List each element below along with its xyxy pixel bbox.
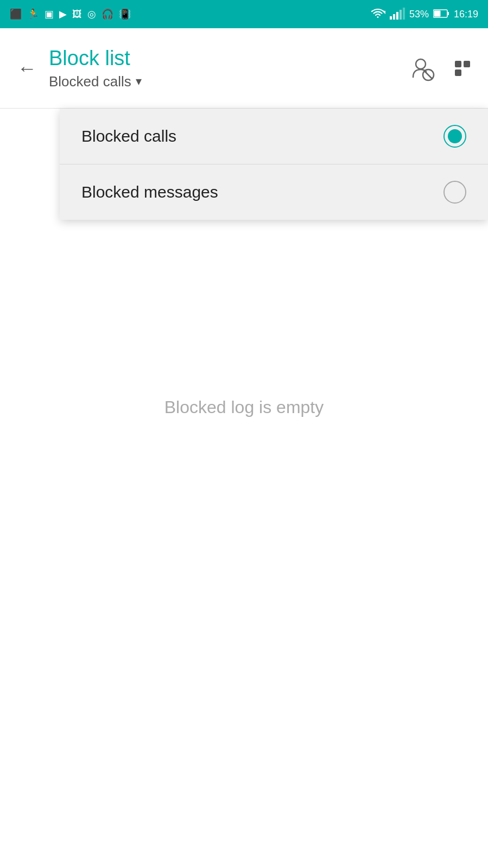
app-bar-actions: [407, 53, 477, 83]
chat-icon: ⬛: [10, 9, 22, 19]
more-options-button[interactable]: [447, 53, 477, 83]
empty-state-message: Blocked log is empty: [164, 397, 324, 417]
status-bar: ⬛ 🏃 ▣ ▶ 🖼 ◎ 🎧 📳: [0, 0, 488, 28]
grid-square-3: [455, 69, 461, 76]
radio-inner-selected: [448, 129, 462, 143]
svg-rect-3: [396, 12, 398, 20]
svg-rect-5: [403, 8, 405, 20]
svg-marker-0: [382, 11, 385, 14]
status-bar-right: 53% 16:19: [370, 8, 478, 21]
wifi-icon: [370, 8, 385, 21]
svg-rect-1: [390, 16, 392, 20]
filter-dropdown: Blocked calls Blocked messages: [60, 109, 488, 220]
signal-icon: [390, 8, 405, 21]
svg-rect-7: [447, 12, 449, 15]
battery-icon: [433, 9, 449, 20]
headphones-icon: 🎧: [102, 9, 113, 19]
vibrate-icon: 📳: [119, 9, 131, 19]
svg-point-9: [416, 59, 426, 69]
status-bar-left: ⬛ 🏃 ▣ ▶ 🖼 ◎ 🎧 📳: [10, 9, 131, 19]
blocked-calls-label: Blocked calls: [81, 127, 176, 145]
blocked-messages-option[interactable]: Blocked messages: [60, 164, 488, 220]
svg-rect-4: [400, 10, 402, 20]
instagram-icon: ▣: [45, 9, 54, 19]
page-title: Block list: [49, 46, 407, 71]
svg-line-11: [424, 71, 432, 79]
app-bar: ← Block list Blocked calls ▾: [0, 28, 488, 109]
blocked-messages-radio[interactable]: [443, 181, 466, 204]
time-display: 16:19: [454, 9, 478, 20]
battery-percentage: 53%: [409, 9, 429, 20]
grid-menu-icon: [455, 61, 470, 76]
app-bar-title-area: Block list Blocked calls ▾: [43, 46, 407, 90]
blocked-calls-option[interactable]: Blocked calls: [60, 109, 488, 164]
svg-rect-2: [393, 14, 395, 20]
block-user-button[interactable]: [407, 53, 436, 83]
back-arrow-icon: ←: [17, 57, 37, 80]
gallery-icon: 🖼: [72, 9, 82, 19]
blocked-messages-label: Blocked messages: [81, 183, 218, 201]
blocked-calls-radio[interactable]: [443, 125, 466, 148]
instagram2-icon: ◎: [87, 9, 96, 19]
grid-square-2: [464, 61, 470, 67]
back-button[interactable]: ←: [11, 52, 43, 85]
activity-icon: 🏃: [27, 9, 39, 19]
svg-rect-8: [434, 10, 440, 16]
filter-dropdown-button[interactable]: Blocked calls ▾: [49, 73, 407, 90]
grid-square-1: [455, 61, 461, 67]
youtube-icon: ▶: [59, 9, 67, 19]
current-filter-label: Blocked calls: [49, 73, 131, 90]
chevron-down-icon: ▾: [136, 74, 142, 88]
